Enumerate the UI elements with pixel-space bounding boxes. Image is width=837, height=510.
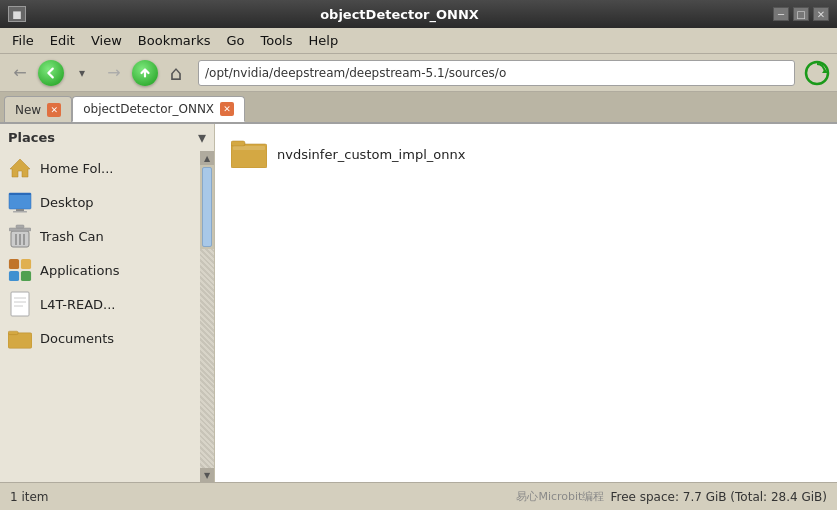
svg-rect-21 xyxy=(8,333,32,348)
title-bar: ■ objectDetector_ONNX ─ □ ✕ xyxy=(0,0,837,28)
minimize-button[interactable]: ─ xyxy=(773,7,789,21)
tab-bar: New ✕ objectDetector_ONNX ✕ xyxy=(0,92,837,124)
applications-icon xyxy=(8,258,32,282)
sidebar: Places ▾ Home Fol... xyxy=(0,124,215,482)
status-bar: 1 item 易心Microbit编程 Free space: 7.7 GiB … xyxy=(0,482,837,510)
folder-icon xyxy=(231,138,267,171)
home-icon xyxy=(8,156,32,180)
sidebar-scrollbar[interactable]: ▲ ▼ xyxy=(200,151,214,482)
menu-tools[interactable]: Tools xyxy=(252,31,300,50)
back-arrow-button[interactable]: ← xyxy=(6,59,34,87)
svg-rect-14 xyxy=(21,259,31,269)
sidebar-l4t-label: L4T-READ... xyxy=(40,297,116,312)
forward-button[interactable]: → xyxy=(100,59,128,87)
svg-marker-2 xyxy=(10,159,30,177)
svg-rect-22 xyxy=(8,331,18,334)
menu-file[interactable]: File xyxy=(4,31,42,50)
sidebar-list: Home Fol... Desktop xyxy=(0,151,200,482)
address-text: /opt/nvidia/deepstream/deepstream-5.1/so… xyxy=(205,66,506,80)
svg-rect-3 xyxy=(9,193,31,209)
sidebar-scroll-area: Home Fol... Desktop xyxy=(0,151,214,482)
menu-view[interactable]: View xyxy=(83,31,130,50)
tab-objectdetector-label: objectDetector_ONNX xyxy=(83,102,214,116)
tab-objectdetector[interactable]: objectDetector_ONNX ✕ xyxy=(72,96,245,122)
sidebar-trash-label: Trash Can xyxy=(40,229,104,244)
sidebar-places-label: Places xyxy=(8,130,55,145)
scroll-down-arrow[interactable]: ▼ xyxy=(200,468,214,482)
svg-rect-8 xyxy=(9,228,31,231)
desktop-icon xyxy=(8,190,32,214)
svg-rect-24 xyxy=(231,141,245,146)
tab-new-label: New xyxy=(15,103,41,117)
menu-bar: File Edit View Bookmarks Go Tools Help xyxy=(0,28,837,54)
window-controls: ─ □ ✕ xyxy=(773,7,829,21)
svg-rect-15 xyxy=(9,271,19,281)
reload-button[interactable] xyxy=(803,59,831,87)
scroll-up-arrow[interactable]: ▲ xyxy=(200,151,214,165)
document-icon xyxy=(8,292,32,316)
svg-rect-25 xyxy=(233,146,265,150)
sidebar-item-desktop[interactable]: Desktop xyxy=(0,185,200,219)
address-bar[interactable]: /opt/nvidia/deepstream/deepstream-5.1/so… xyxy=(198,60,795,86)
history-dropdown-button[interactable]: ▾ xyxy=(68,59,96,87)
sidebar-desktop-label: Desktop xyxy=(40,195,94,210)
menu-go[interactable]: Go xyxy=(218,31,252,50)
file-item-label: nvdsinfer_custom_impl_onnx xyxy=(277,147,465,162)
file-item-nvdsinfer[interactable]: nvdsinfer_custom_impl_onnx xyxy=(225,134,827,175)
window-icon: ■ xyxy=(8,6,26,22)
main-area: Places ▾ Home Fol... xyxy=(0,124,837,482)
tab-new-close[interactable]: ✕ xyxy=(47,103,61,117)
sidebar-item-trash[interactable]: Trash Can xyxy=(0,219,200,253)
sidebar-home-label: Home Fol... xyxy=(40,161,114,176)
sidebar-item-documents[interactable]: Documents xyxy=(0,321,200,355)
menu-help[interactable]: Help xyxy=(301,31,347,50)
scroll-thumb[interactable] xyxy=(202,167,212,247)
documents-folder-icon xyxy=(8,326,32,350)
sidebar-applications-label: Applications xyxy=(40,263,119,278)
close-button[interactable]: ✕ xyxy=(813,7,829,21)
sidebar-collapse-icon[interactable]: ▾ xyxy=(198,128,206,147)
svg-rect-13 xyxy=(9,259,19,269)
maximize-button[interactable]: □ xyxy=(793,7,809,21)
menu-edit[interactable]: Edit xyxy=(42,31,83,50)
trash-icon xyxy=(8,224,32,248)
free-space: Free space: 7.7 GiB (Total: 28.4 GiB) xyxy=(610,490,827,504)
content-area: nvdsinfer_custom_impl_onnx xyxy=(215,124,837,482)
sidebar-header: Places ▾ xyxy=(0,124,214,151)
window-title: objectDetector_ONNX xyxy=(26,7,773,22)
sidebar-item-l4t[interactable]: L4T-READ... xyxy=(0,287,200,321)
home-button[interactable]: ⌂ xyxy=(162,59,190,87)
scroll-track[interactable] xyxy=(200,249,214,468)
up-button[interactable] xyxy=(132,60,158,86)
sidebar-item-applications[interactable]: Applications xyxy=(0,253,200,287)
item-count: 1 item xyxy=(10,490,49,504)
toolbar: ← ▾ → ⌂ /opt/nvidia/deepstream/deepstrea… xyxy=(0,54,837,92)
watermark: 易心Microbit编程 xyxy=(516,489,604,504)
menu-bookmarks[interactable]: Bookmarks xyxy=(130,31,219,50)
svg-rect-6 xyxy=(13,211,27,213)
svg-rect-17 xyxy=(11,292,29,316)
sidebar-documents-label: Documents xyxy=(40,331,114,346)
svg-rect-9 xyxy=(16,225,24,228)
svg-rect-4 xyxy=(9,193,31,195)
tab-new[interactable]: New ✕ xyxy=(4,96,72,122)
status-right: 易心Microbit编程 Free space: 7.7 GiB (Total:… xyxy=(516,489,827,504)
back-button[interactable] xyxy=(38,60,64,86)
sidebar-item-home[interactable]: Home Fol... xyxy=(0,151,200,185)
tab-objectdetector-close[interactable]: ✕ xyxy=(220,102,234,116)
svg-rect-16 xyxy=(21,271,31,281)
